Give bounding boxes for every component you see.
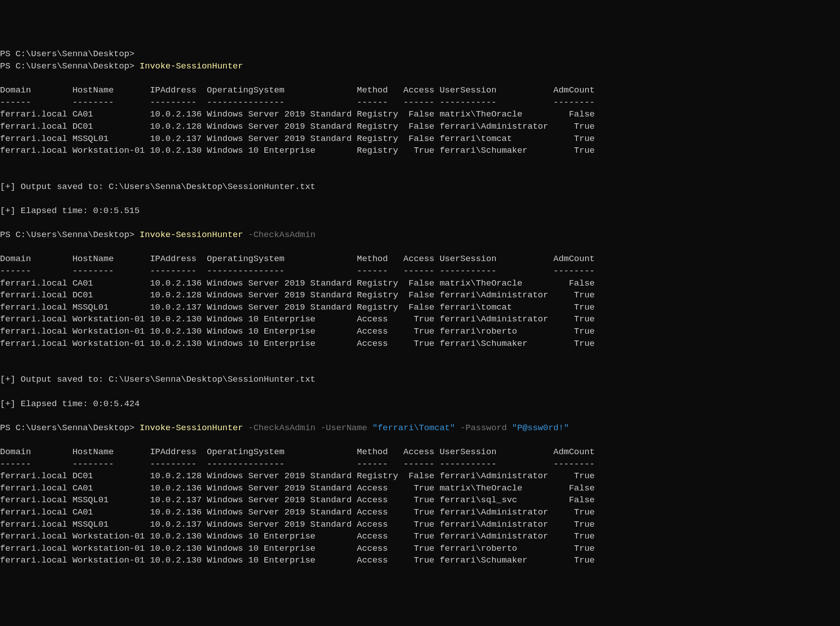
command-2: Invoke-SessionHunter	[140, 230, 243, 240]
prompt-1: PS C:\Users\Senna\Desktop>	[0, 61, 134, 71]
value-username: "ferrari\Tomcat"	[372, 423, 455, 433]
param-checkasadmin-1: -CheckAsAdmin	[248, 230, 315, 240]
param-checkasadmin-2: -CheckAsAdmin	[248, 423, 315, 433]
output-saved-2: [+] Output saved to: C:\Users\Senna\Desk…	[0, 374, 316, 384]
prompt-2: PS C:\Users\Senna\Desktop>	[0, 230, 134, 240]
truncated-previous-line: PS C:\Users\Senna\Desktop>	[0, 49, 134, 59]
table-3-body: ferrari.local DC01 10.0.2.128 Windows Se…	[0, 471, 595, 565]
table-1-body: ferrari.local CA01 10.0.2.136 Windows Se…	[0, 109, 595, 155]
output-saved-1: [+] Output saved to: C:\Users\Senna\Desk…	[0, 182, 316, 192]
table-2-header: Domain HostName IPAddress OperatingSyste…	[0, 254, 595, 264]
table-1-separator: ------ -------- --------- --------------…	[0, 97, 595, 107]
table-2-separator: ------ -------- --------- --------------…	[0, 266, 595, 276]
param-username: -UserName	[321, 423, 367, 433]
terminal-output[interactable]: PS C:\Users\Senna\Desktop> PS C:\Users\S…	[0, 48, 840, 567]
table-1-header: Domain HostName IPAddress OperatingSyste…	[0, 85, 595, 95]
table-3-separator: ------ -------- --------- --------------…	[0, 459, 595, 469]
prompt-3: PS C:\Users\Senna\Desktop>	[0, 423, 134, 433]
param-password: -Password	[460, 423, 507, 433]
elapsed-time-1: [+] Elapsed time: 0:0:5.515	[0, 206, 140, 216]
command-1: Invoke-SessionHunter	[140, 61, 243, 71]
table-2-body: ferrari.local CA01 10.0.2.136 Windows Se…	[0, 278, 595, 349]
elapsed-time-2: [+] Elapsed time: 0:0:5.424	[0, 399, 140, 409]
command-3: Invoke-SessionHunter	[140, 423, 243, 433]
value-password: "P@ssw0rd!"	[512, 423, 569, 433]
table-3-header: Domain HostName IPAddress OperatingSyste…	[0, 447, 595, 457]
